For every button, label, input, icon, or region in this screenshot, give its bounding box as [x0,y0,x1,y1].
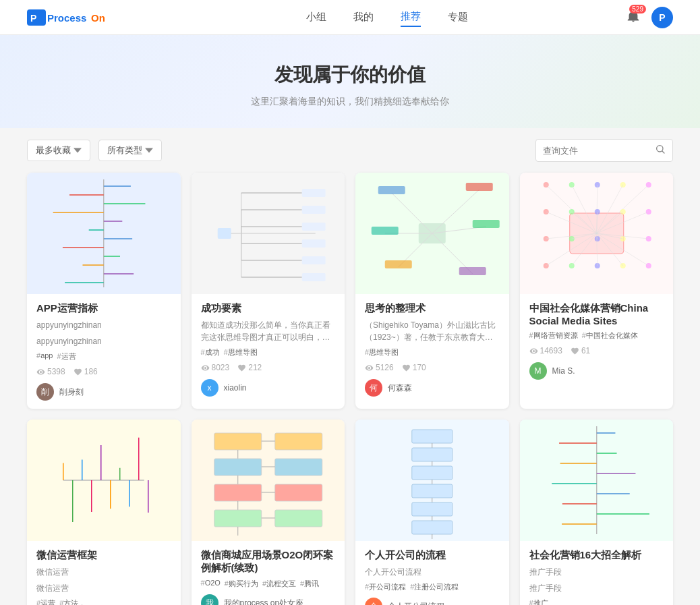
author-name: xiaolin [224,383,247,393]
author-avatar: 削 [36,383,54,401]
card-item[interactable]: 中国社会化媒体营销China Social Media Sites 网络营销资源… [520,173,674,409]
card-tag: 流程交互 [262,579,296,589]
card-tag: 注册公司流程 [410,582,459,592]
card-item[interactable]: 社会化营销16大招全解析 推广手段 推广手段 推广 3712 141 元 元 [520,420,674,605]
view-count: 8023 [201,363,230,372]
card-title: 成功要素 [201,302,336,315]
search-input[interactable] [543,146,651,156]
card-thumbnail [355,173,509,294]
svg-rect-26 [301,206,325,214]
card-stats: 8023 212 [201,363,336,372]
card-tag: 方法， [59,598,86,605]
svg-text:On: On [91,12,105,24]
sort-label: 最多收藏 [36,144,71,156]
card-item[interactable]: APP运营指标 appyunyingzhinan appyunyingzhina… [27,173,181,409]
card-body: 成功要素 都知道成功没那么简单，当你真正看完这张思维导图才真正可以明白，成功真没… [192,294,345,405]
logo[interactable]: P Process On [27,7,108,28]
card-thumbnail [520,420,674,541]
card-thumbnail [192,173,345,294]
card-tags: 思维导图 [365,347,500,357]
author-name: 我的process on处女座 [224,598,304,606]
svg-rect-23 [301,189,325,197]
search-box [535,139,673,162]
hero-title: 发现属于你的价值 [13,62,687,88]
nav-item-recommend[interactable]: 推荐 [401,7,421,27]
author-name: 削身刻 [59,386,84,398]
card-tags: 开公司流程注册公司流程 [365,582,500,592]
card-tags: 网络营销资源中国社会化媒体 [529,330,664,341]
author-name: Mia S. [552,366,575,376]
card-author: 削 削身刻 [36,383,171,401]
card-description: 个人开公司流程 [365,566,500,578]
card-title: 微信商城应用场景O2O闭环案例解析(续致) [201,549,336,575]
svg-rect-109 [274,459,322,476]
author-name: 何森森 [388,382,412,394]
card-author: M Mia S. [529,362,664,380]
card-tag: O2O [201,579,221,589]
card-tag: 开公司流程 [365,582,406,592]
card-title: 微信运营框架 [36,549,171,562]
eye-icon [529,347,538,355]
card-item[interactable]: 成功要素 都知道成功没那么简单，当你真正看完这张思维导图才真正可以明白，成功真没… [192,173,345,409]
card-body: 微信运营框架 微信运营 微信运营 运营方法， 4330 118 村 村建飞 [27,541,181,605]
type-filter[interactable]: 所有类型 [98,140,162,161]
svg-rect-122 [412,448,453,461]
card-body: 思考的整理术 （Shigehiko Toyama）外山滋比古比（1923~）著，… [355,294,509,405]
author-avatar: 个 [365,598,382,605]
svg-text:Process: Process [47,12,86,24]
svg-rect-116 [214,510,261,527]
nav-item-groups[interactable]: 小组 [306,8,326,26]
card-item[interactable]: 微信运营框架 微信运营 微信运营 运营方法， 4330 118 村 村建飞 [27,420,181,605]
card-author: 何 何森森 [365,379,500,397]
svg-rect-117 [274,510,322,527]
card-item[interactable]: 思考的整理术 （Shigehiko Toyama）外山滋比古比（1923~）著，… [355,173,509,409]
card-item[interactable]: 个人开公司的流程 个人开公司流程 开公司流程注册公司流程 个 个人开公司流程 [355,420,509,605]
card-stats: 14693 61 [529,346,664,355]
card-description: （Shigehiko Toyama）外山滋比古比（1923~）著，任教于东京教育… [365,319,500,343]
notification-badge: 529 [629,5,646,13]
cards-grid: APP运营指标 appyunyingzhinan appyunyingzhina… [0,173,700,605]
svg-rect-105 [274,433,322,450]
card-sub-label2: 推广手段 [529,582,664,594]
card-tag: app [36,351,53,362]
card-tags: 运营方法， [36,598,171,605]
chevron-down-icon [74,146,82,154]
card-tag: 推广 [529,598,548,605]
nav-item-mine[interactable]: 我的 [353,8,374,26]
card-tag: 运营 [36,598,55,605]
eye-icon [36,368,45,376]
card-tags: 推广 [529,598,664,605]
view-count: 5126 [365,363,394,372]
card-tags: O2O购买行为流程交互腾讯 [201,579,336,589]
card-item[interactable]: 微信商城应用场景O2O闭环案例解析(续致) O2O购买行为流程交互腾讯 我 我的… [192,420,345,605]
search-button[interactable] [655,144,666,157]
svg-rect-45 [473,220,500,228]
eye-icon [201,364,210,372]
author-avatar: M [529,362,547,380]
sort-filter[interactable]: 最多收藏 [27,140,90,161]
svg-rect-47 [385,260,412,268]
author-avatar: 我 [201,594,218,605]
user-avatar[interactable]: P [651,7,673,28]
card-thumbnail [520,173,674,294]
heart-icon [237,364,246,372]
svg-rect-29 [301,223,325,231]
card-author: x xiaolin [201,379,336,397]
card-author-sub: appyunyingzhinan [36,319,171,331]
svg-rect-38 [301,273,325,281]
chevron-down-icon2 [145,146,153,154]
card-sub-label: 微信运营 [36,582,171,594]
card-title: 社会化营销16大招全解析 [529,549,664,562]
svg-rect-43 [466,183,493,191]
card-body: 微信商城应用场景O2O闭环案例解析(续致) O2O购买行为流程交互腾讯 我 我的… [192,541,345,605]
main-nav: 小组 我的 推荐 专题 [148,7,626,27]
heart-icon [402,364,411,372]
nav-item-topics[interactable]: 专题 [448,8,468,26]
author-name: 个人开公司流程 [388,601,444,606]
search-icon [655,144,666,154]
card-body: 社会化营销16大招全解析 推广手段 推广手段 推广 3712 141 元 元 [520,541,674,605]
type-label: 所有类型 [107,144,142,156]
card-body: 个人开公司的流程 个人开公司流程 开公司流程注册公司流程 个 个人开公司流程 [355,541,509,605]
card-thumbnail [27,420,181,541]
notification-button[interactable]: 529 [626,9,641,26]
